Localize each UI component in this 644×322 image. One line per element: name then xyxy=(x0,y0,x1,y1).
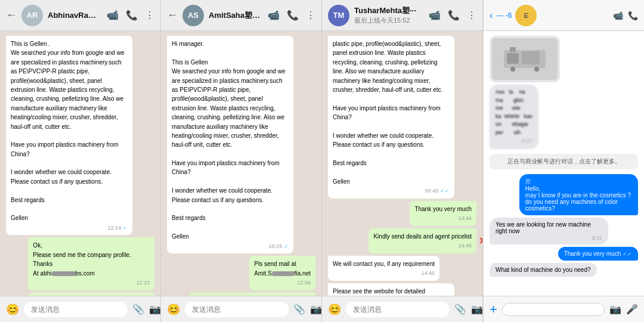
camera-icon-1[interactable]: 📷 xyxy=(149,304,161,315)
message-text: Please see the website for detailed prod… xyxy=(333,288,425,296)
back-button-1[interactable]: ← xyxy=(6,9,17,21)
ios-message-incoming-2: What kind of machine do you need? xyxy=(490,263,597,277)
phone-icon-3[interactable]: 📞 xyxy=(448,10,460,21)
ios-add-button[interactable]: + xyxy=(490,302,497,317)
message-input-1[interactable] xyxy=(24,302,128,317)
chat-body-2: Hi manager.This is GellenWe searched you… xyxy=(161,31,321,296)
message-text: Pls send mail atAmit.Sfia.net xyxy=(254,261,311,276)
svg-rect-2 xyxy=(522,51,540,64)
ios-chat-header: ‹ --- -6 E 📹 📞 xyxy=(484,0,644,31)
svg-point-4 xyxy=(534,67,539,72)
header-info-2: AmitSaha塑料··· xyxy=(209,10,263,21)
ios-message-blurred: Ass la na ma gkin. me site ka WWW kan un… xyxy=(490,85,538,149)
ios-message-time: 6:27 xyxy=(496,137,532,145)
ios-message-input[interactable] xyxy=(502,303,605,316)
chat-header-2: ← AS AmitSaha塑料··· 📹 📞 ⋮ xyxy=(161,0,321,31)
chat-footer-3: 😊 📎 📷 🎤 xyxy=(322,296,482,322)
message-text: Ok,Please send me the company profile. T… xyxy=(33,242,131,276)
contact-name-2: AmitSaha塑料··· xyxy=(209,10,263,21)
chat-footer-2: 😊 📎 📷 🎤 xyxy=(161,296,321,322)
header-icons-1: 📹 📞 ⋮ xyxy=(107,10,154,21)
more-icon-1[interactable]: ⋮ xyxy=(145,10,154,21)
ios-chat-body: Ass la na ma gkin. me site ka WWW kan un… xyxy=(484,31,644,296)
chat-header-3: TM TusharMehta塑··· 最后上线今天15:52 📹 📞 ⋮ xyxy=(322,0,482,31)
ios-message-time-2: 8:31 xyxy=(496,235,602,241)
arrow-indicator: ➤ xyxy=(478,233,482,248)
ios-mic-icon[interactable]: 🎤 xyxy=(626,304,638,315)
ios-footer-icons: 📷 🎤 xyxy=(609,304,638,315)
chat-panel-3: TM TusharMehta塑··· 最后上线今天15:52 📹 📞 ⋮ pla… xyxy=(322,0,483,322)
header-info-1: AbhinavRamari··· xyxy=(48,11,102,20)
product-image-container xyxy=(490,36,560,82)
attach-icon-2[interactable]: 📎 xyxy=(293,304,305,315)
video-call-icon-2[interactable]: 📹 xyxy=(268,10,280,21)
ios-back-button[interactable]: ‹ xyxy=(490,10,493,21)
message-time: 09:49 ✓✓ xyxy=(333,187,450,195)
message-input-3[interactable] xyxy=(346,302,450,317)
message-text: We will contact you, if any requirement xyxy=(333,261,435,267)
video-call-icon-3[interactable]: 📹 xyxy=(429,10,441,21)
message-outgoing-2: Please see the website for detailed prod… xyxy=(28,293,154,296)
phone-icon-2[interactable]: 📞 xyxy=(287,10,299,21)
camera-icon-2[interactable]: 📷 xyxy=(310,304,322,315)
svg-point-3 xyxy=(510,67,515,72)
chat-panel-2: ← AS AmitSaha塑料··· 📹 📞 ⋮ Hi manager.This… xyxy=(161,0,322,322)
chat-panel-1: ← AR AbhinavRamari··· 📹 📞 ⋮ This is Gell… xyxy=(0,0,161,322)
camera-icon-3[interactable]: 📷 xyxy=(471,304,483,315)
message-outgoing-3: Pls send mail atAmit.Sfia.net 12:06 xyxy=(249,256,315,290)
business-banner-text: 正在与商业帐号进行对话，点击了解更多。 xyxy=(507,158,621,165)
header-icons-2: 📹 📞 ⋮ xyxy=(268,10,315,21)
avatar-3: TM xyxy=(328,5,349,26)
message-outgoing-6: Kindly send deails and agent pricelist 1… xyxy=(369,228,476,253)
emoji-icon-1[interactable]: 😊 xyxy=(6,303,19,316)
message-incoming-2: Hi manager.This is GellenWe searched you… xyxy=(167,36,293,253)
ios-facetime-icon[interactable]: 📹 xyxy=(613,11,623,20)
video-call-icon-1[interactable]: 📹 xyxy=(107,10,119,21)
chat-body-1: This is Gellen .We searched your info fr… xyxy=(0,31,160,296)
message-time: 14:45 xyxy=(373,242,472,250)
message-text: Thank you very much xyxy=(414,206,472,212)
ios-phone-number: --- -6 xyxy=(496,11,512,20)
message-incoming-3: plastic pipe, profile(wood&plastic), she… xyxy=(328,36,454,199)
header-info-3: TusharMehta塑··· 最后上线今天15:52 xyxy=(354,5,424,25)
message-incoming-1: This is Gellen .We searched your info fr… xyxy=(6,36,132,235)
ios-camera-icon[interactable]: 📷 xyxy=(609,304,621,315)
ios-panel: ‹ --- -6 E 📹 📞 Ass la xyxy=(483,0,644,322)
ios-chat-footer: + 📷 🎤 xyxy=(484,296,644,322)
more-icon-3[interactable]: ⋮ xyxy=(467,10,476,21)
contact-name-1: AbhinavRamari··· xyxy=(48,11,102,20)
svg-rect-1 xyxy=(507,53,519,64)
contact-subtitle-3: 最后上线今天15:52 xyxy=(354,16,424,25)
emoji-icon-2[interactable]: 😊 xyxy=(167,303,180,316)
back-button-2[interactable]: ← xyxy=(167,9,178,21)
message-text: This is Gellen .We searched your info fr… xyxy=(11,41,124,221)
message-time: 14:45 xyxy=(333,270,435,277)
svg-rect-5 xyxy=(510,47,516,52)
phone-icon-1[interactable]: 📞 xyxy=(126,10,138,21)
emoji-icon-3[interactable]: 😊 xyxy=(328,303,341,316)
chat-body-3: plastic pipe, profile(wood&plastic), she… xyxy=(322,31,482,296)
machine-svg xyxy=(501,44,549,74)
attach-icon-3[interactable]: 📎 xyxy=(454,304,466,315)
message-text: Hi manager.This is GellenWe searched you… xyxy=(172,41,285,240)
ios-header-icons: 📹 📞 xyxy=(613,11,638,20)
message-time: 12:23 xyxy=(33,279,150,287)
message-outgoing-4: Please see the website for detailed prod… xyxy=(189,293,315,296)
ios-message-outgoing-1: 您 Hello,may I know if you are in the cos… xyxy=(519,174,638,215)
message-time: 10:25 ✓ xyxy=(172,243,289,250)
message-text: plastic pipe, profile(wood&plastic), she… xyxy=(333,41,442,185)
message-outgoing-1: Ok,Please send me the company profile. T… xyxy=(28,237,154,290)
ios-phone-icon[interactable]: 📞 xyxy=(628,11,638,20)
more-icon-2[interactable]: ⋮ xyxy=(306,10,315,21)
contact-name-3: TusharMehta塑··· xyxy=(354,5,424,16)
header-icons-3: 📹 📞 ⋮ xyxy=(429,10,476,21)
message-input-2[interactable] xyxy=(185,302,289,317)
chat-footer-1: 😊 📎 📷 🎤 xyxy=(0,296,160,322)
ios-business-banner[interactable]: 正在与商业帐号进行对话，点击了解更多。 xyxy=(490,154,638,169)
product-image xyxy=(492,38,558,80)
attach-icon-1[interactable]: 📎 xyxy=(132,304,144,315)
avatar-1: AR xyxy=(21,5,43,26)
ios-message-incoming-1: Yes we are looking for new machine right… xyxy=(490,218,608,244)
message-time: 12:06 xyxy=(254,279,311,287)
ios-avatar: E xyxy=(515,5,537,26)
